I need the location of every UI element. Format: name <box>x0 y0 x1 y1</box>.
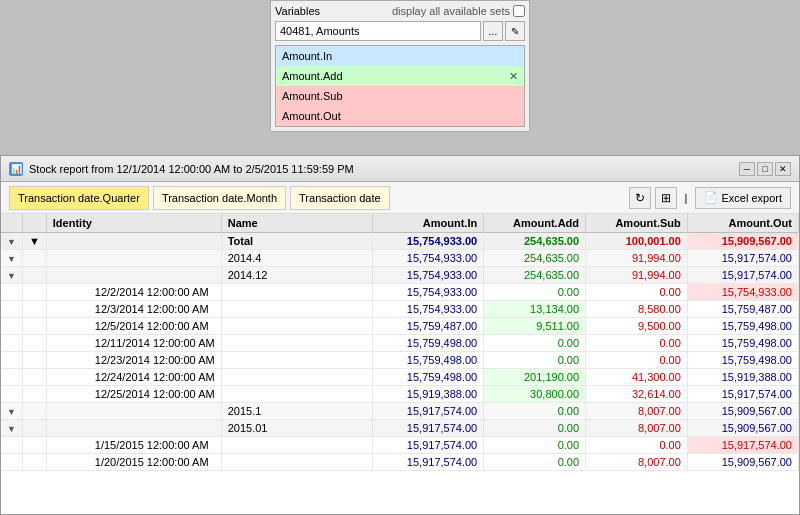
expand-icon[interactable]: ▼ <box>7 424 16 434</box>
amount-add-cell: 0.00 <box>484 352 586 369</box>
expand-cell[interactable]: ▼ <box>1 403 22 420</box>
amount-add-cell: 0.00 <box>484 403 586 420</box>
table-header-row: Identity Name Amount.In Amount.Add Amoun… <box>1 214 799 233</box>
name-cell <box>221 335 372 352</box>
check-cell <box>22 352 46 369</box>
close-button[interactable]: ✕ <box>775 162 791 176</box>
expand-icon[interactable]: ▼ <box>7 271 16 281</box>
identity-cell: 12/23/2014 12:00:00 AM <box>46 352 221 369</box>
variables-header: Variables display all available sets <box>275 5 525 17</box>
amount-sub-cell: 0.00 <box>586 284 688 301</box>
identity-cell <box>46 233 221 250</box>
window-titlebar: 📊 Stock report from 12/1/2014 12:00:00 A… <box>1 156 799 182</box>
expand-cell <box>1 386 22 403</box>
amount-add-cell: 0.00 <box>484 284 586 301</box>
check-cell <box>22 284 46 301</box>
amount-in-cell: 15,754,933.00 <box>373 301 484 318</box>
name-cell: 2015.01 <box>221 420 372 437</box>
amount-out-cell: 15,759,487.00 <box>687 301 798 318</box>
amount-out-cell: 15,759,498.00 <box>687 352 798 369</box>
expand-cell[interactable]: ▼ <box>1 233 22 250</box>
amount-in-cell: 15,754,933.00 <box>373 267 484 284</box>
expand-cell <box>1 454 22 471</box>
amount-out-cell: 15,917,574.00 <box>687 250 798 267</box>
check-cell <box>22 420 46 437</box>
name-cell <box>221 386 372 403</box>
variable-input[interactable] <box>275 21 481 41</box>
grid-button[interactable]: ⊞ <box>655 187 677 209</box>
maximize-button[interactable]: □ <box>757 162 773 176</box>
identity-cell: 1/20/2015 12:00:00 AM <box>46 454 221 471</box>
amount-add-cell: 0.00 <box>484 420 586 437</box>
dots-button[interactable]: ... <box>483 21 503 41</box>
excel-export-button[interactable]: 📄 Excel export <box>695 187 791 209</box>
identity-cell: 12/5/2014 12:00:00 AM <box>46 318 221 335</box>
var-label-amount-sub: Amount.Sub <box>282 90 343 102</box>
var-item-amount-out[interactable]: Amount.Out <box>276 106 524 126</box>
amount-add-cell: 0.00 <box>484 454 586 471</box>
amount-in-cell: 15,917,574.00 <box>373 437 484 454</box>
name-cell: 2014.12 <box>221 267 372 284</box>
amount-sub-cell: 0.00 <box>586 335 688 352</box>
refresh-button[interactable]: ↻ <box>629 187 651 209</box>
check-cell <box>22 318 46 335</box>
var-item-amount-sub[interactable]: Amount.Sub <box>276 86 524 106</box>
identity-cell <box>46 267 221 284</box>
expand-cell <box>1 284 22 301</box>
identity-cell <box>46 420 221 437</box>
amount-add-cell: 254,635.00 <box>484 267 586 284</box>
table-row: 1/15/2015 12:00:00 AM15,917,574.000.000.… <box>1 437 799 454</box>
tab-quarter[interactable]: Transaction date.Quarter <box>9 186 149 210</box>
table-row: 12/25/2014 12:00:00 AM15,919,388.0030,80… <box>1 386 799 403</box>
table-container[interactable]: Identity Name Amount.In Amount.Add Amoun… <box>1 214 799 514</box>
data-table: Identity Name Amount.In Amount.Add Amoun… <box>1 214 799 471</box>
check-cell <box>22 301 46 318</box>
check-icon[interactable]: ▼ <box>29 235 40 247</box>
name-cell: Total <box>221 233 372 250</box>
variables-panel: Variables display all available sets ...… <box>270 0 530 132</box>
identity-cell: 12/2/2014 12:00:00 AM <box>46 284 221 301</box>
pencil-button[interactable]: ✎ <box>505 21 525 41</box>
amount-sub-cell: 0.00 <box>586 352 688 369</box>
check-cell <box>22 437 46 454</box>
table-row: ▼2014.1215,754,933.00254,635.0091,994.00… <box>1 267 799 284</box>
amount-in-cell: 15,917,574.00 <box>373 454 484 471</box>
tab-month[interactable]: Transaction date.Month <box>153 186 286 210</box>
identity-cell: 12/25/2014 12:00:00 AM <box>46 386 221 403</box>
tab-date[interactable]: Transaction date <box>290 186 390 210</box>
table-row: ▼2015.115,917,574.000.008,007.0015,909,5… <box>1 403 799 420</box>
amount-sub-cell: 8,007.00 <box>586 420 688 437</box>
amount-out-cell: 15,919,388.00 <box>687 369 798 386</box>
amount-in-cell: 15,754,933.00 <box>373 284 484 301</box>
table-row: 12/5/2014 12:00:00 AM15,759,487.009,511.… <box>1 318 799 335</box>
var-item-amount-add[interactable]: Amount.Add ✕ <box>276 66 524 86</box>
expand-cell[interactable]: ▼ <box>1 267 22 284</box>
amount-in-cell: 15,754,933.00 <box>373 233 484 250</box>
th-expand <box>1 214 22 233</box>
close-amount-add-icon[interactable]: ✕ <box>509 70 518 83</box>
expand-cell[interactable]: ▼ <box>1 250 22 267</box>
amount-in-cell: 15,919,388.00 <box>373 386 484 403</box>
expand-icon[interactable]: ▼ <box>7 237 16 247</box>
check-cell <box>22 369 46 386</box>
expand-icon[interactable]: ▼ <box>7 254 16 264</box>
expand-cell <box>1 335 22 352</box>
expand-cell[interactable]: ▼ <box>1 420 22 437</box>
check-cell <box>22 403 46 420</box>
display-all-sets: display all available sets <box>392 5 525 17</box>
minimize-button[interactable]: ─ <box>739 162 755 176</box>
th-amount-sub: Amount.Sub <box>586 214 688 233</box>
window-title: Stock report from 12/1/2014 12:00:00 AM … <box>29 163 354 175</box>
table-row: ▼2015.0115,917,574.000.008,007.0015,909,… <box>1 420 799 437</box>
name-cell <box>221 352 372 369</box>
amount-out-cell: 15,909,567.00 <box>687 454 798 471</box>
th-name: Name <box>221 214 372 233</box>
display-all-checkbox[interactable] <box>513 5 525 17</box>
var-item-amount-in[interactable]: Amount.In <box>276 46 524 66</box>
name-cell: 2014.4 <box>221 250 372 267</box>
expand-cell <box>1 369 22 386</box>
check-cell: ▼ <box>22 233 46 250</box>
window-icon: 📊 <box>9 162 23 176</box>
expand-icon[interactable]: ▼ <box>7 407 16 417</box>
th-amount-in: Amount.In <box>373 214 484 233</box>
